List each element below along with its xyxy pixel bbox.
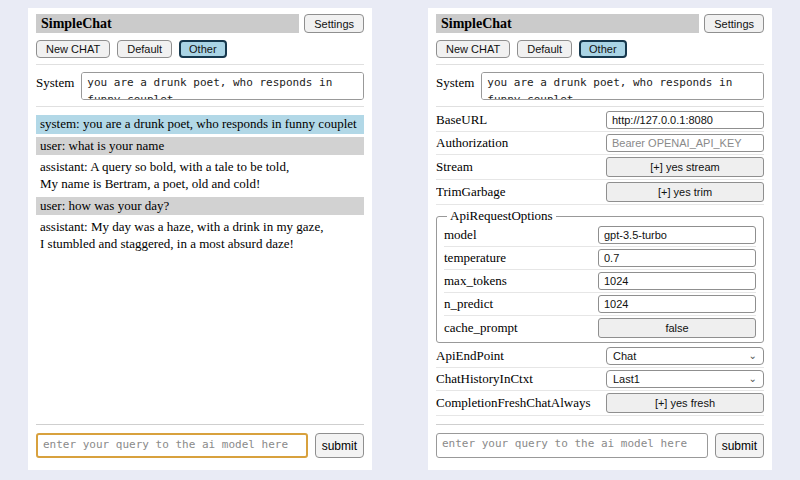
settings-row: ChatHistoryInCtxt Last1 ⌄	[436, 368, 764, 391]
settings-row: CompletionInsertStandardRolePrefix [-] d…	[436, 416, 764, 418]
setting-label: model	[444, 227, 598, 243]
submit-button[interactable]: submit	[715, 433, 764, 458]
session-buttons: New CHAT Default Other	[36, 40, 364, 58]
settings-button[interactable]: Settings	[704, 14, 764, 33]
setting-label: TrimGarbage	[436, 184, 606, 200]
cache-prompt-toggle-button[interactable]: false	[598, 318, 756, 338]
query-input[interactable]	[436, 433, 708, 458]
query-input[interactable]	[36, 433, 308, 458]
session-button-default[interactable]: Default	[517, 40, 572, 58]
selected-option: Chat	[613, 350, 636, 362]
chat-message-assistant: assistant: A query so bold, with a tale …	[36, 158, 364, 193]
chat-message-assistant: assistant: My day was a haze, with a dri…	[36, 218, 364, 253]
setting-label: ApiEndPoint	[436, 348, 606, 364]
app-title: SimpleChat	[436, 14, 699, 33]
completion-fresh-chat-toggle-button[interactable]: [+] yes fresh	[606, 393, 764, 413]
chat-history-in-ctxt-select[interactable]: Last1 ⌄	[606, 370, 764, 388]
api-endpoint-select[interactable]: Chat ⌄	[606, 347, 764, 365]
settings-row: model	[444, 224, 756, 247]
selected-option: Last1	[613, 373, 640, 385]
section-divider	[36, 106, 364, 107]
authorization-input[interactable]	[606, 134, 764, 152]
setting-label: cache_prompt	[444, 320, 598, 336]
settings-button[interactable]: Settings	[304, 14, 364, 33]
session-button-new-chat[interactable]: New CHAT	[436, 40, 510, 58]
base-url-input[interactable]	[606, 111, 764, 129]
system-prompt-input[interactable]: you are a drunk poet, who responds in fu…	[481, 72, 764, 100]
settings-row: BaseURL	[436, 109, 764, 132]
system-label: System	[436, 72, 474, 100]
query-row: submit	[436, 424, 764, 458]
n-predict-input[interactable]	[598, 295, 756, 313]
settings-row: TrimGarbage [+] yes trim	[436, 180, 764, 205]
setting-label: n_predict	[444, 296, 598, 312]
setting-label: temperature	[444, 250, 598, 266]
stream-toggle-button[interactable]: [+] yes stream	[606, 157, 764, 177]
query-row: submit	[36, 424, 364, 458]
chevron-down-icon: ⌄	[749, 374, 757, 384]
settings-row: ApiEndPoint Chat ⌄	[436, 345, 764, 368]
settings-row: CompletionFreshChatAlways [+] yes fresh	[436, 391, 764, 416]
settings-row: n_predict	[444, 293, 756, 316]
app-title: SimpleChat	[36, 14, 299, 33]
settings-row: cache_prompt false	[444, 316, 756, 340]
session-button-default[interactable]: Default	[117, 40, 172, 58]
setting-label: Stream	[436, 159, 606, 175]
chat-message-user: user: how was your day?	[36, 197, 364, 216]
submit-button[interactable]: submit	[315, 433, 364, 458]
system-prompt-row: System you are a drunk poet, who respond…	[36, 72, 364, 100]
chat-message-system: system: you are a drunk poet, who respon…	[36, 115, 364, 134]
system-prompt-row: System you are a drunk poet, who respond…	[436, 72, 764, 100]
settings-row: Authorization	[436, 132, 764, 155]
settings-row: max_tokens	[444, 270, 756, 293]
session-button-other[interactable]: Other	[179, 40, 227, 58]
section-divider	[436, 106, 764, 107]
setting-label: CompletionFreshChatAlways	[436, 395, 606, 411]
setting-label: ChatHistoryInCtxt	[436, 371, 606, 387]
session-buttons: New CHAT Default Other	[436, 40, 764, 58]
section-divider	[436, 64, 764, 65]
setting-label: Authorization	[436, 135, 606, 151]
model-input[interactable]	[598, 226, 756, 244]
setting-label: max_tokens	[444, 273, 598, 289]
chat-messages: system: you are a drunk poet, who respon…	[36, 115, 364, 418]
system-prompt-input[interactable]: you are a drunk poet, who responds in fu…	[81, 72, 364, 100]
app-titlebar: SimpleChat Settings	[36, 14, 364, 33]
chevron-down-icon: ⌄	[749, 351, 757, 361]
settings-window: SimpleChat Settings New CHAT Default Oth…	[428, 8, 772, 470]
api-request-options-fieldset: ApiRequestOptions model temperature max_…	[436, 208, 764, 343]
section-divider	[36, 64, 364, 65]
session-button-other[interactable]: Other	[579, 40, 627, 58]
settings-form: BaseURL Authorization Stream [+] yes str…	[436, 109, 764, 418]
chat-window: SimpleChat Settings New CHAT Default Oth…	[28, 8, 372, 470]
setting-label: BaseURL	[436, 112, 606, 128]
fieldset-legend: ApiRequestOptions	[447, 208, 556, 224]
temperature-input[interactable]	[598, 249, 756, 267]
session-button-new-chat[interactable]: New CHAT	[36, 40, 110, 58]
settings-row: Stream [+] yes stream	[436, 155, 764, 180]
settings-row: temperature	[444, 247, 756, 270]
app-titlebar: SimpleChat Settings	[436, 14, 764, 33]
chat-message-user: user: what is your name	[36, 137, 364, 156]
system-label: System	[36, 72, 74, 100]
trim-garbage-toggle-button[interactable]: [+] yes trim	[606, 182, 764, 202]
max-tokens-input[interactable]	[598, 272, 756, 290]
